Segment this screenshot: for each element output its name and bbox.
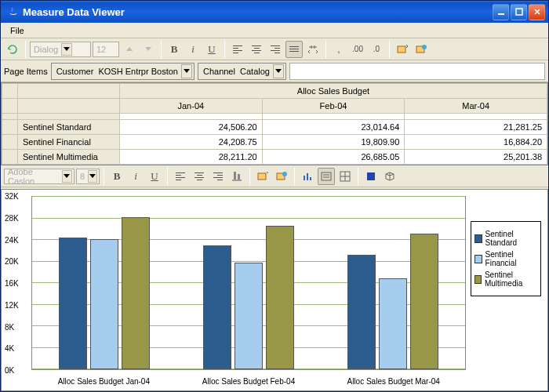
y-tick-label: 8K — [5, 322, 28, 331]
legend-item: Sentinel Financial — [474, 250, 537, 267]
bar[interactable] — [90, 239, 118, 369]
x-tick-label: Alloc Sales Budget Jan-04 — [31, 377, 176, 386]
align-right-button[interactable] — [267, 41, 284, 58]
font-family-value: Dialog — [34, 45, 58, 54]
x-tick-label: Alloc Sales Budget Mar-04 — [321, 377, 466, 386]
svg-point-10 — [282, 172, 287, 176]
bold-button[interactable]: B — [108, 168, 125, 185]
cell[interactable]: 24,208.75 — [120, 135, 263, 150]
bar[interactable] — [379, 278, 407, 369]
data-table[interactable]: Alloc Sales Budget Jan-04 Feb-04 Mar-04 … — [1, 82, 548, 165]
align-center-button[interactable] — [191, 168, 208, 185]
svg-rect-2 — [398, 46, 405, 53]
cell[interactable]: 28,211.20 — [120, 150, 263, 165]
cell[interactable]: 26,685.05 — [262, 150, 405, 165]
underline-button[interactable]: U — [203, 41, 220, 58]
chart-canvas[interactable]: Alloc Sales Budget Jan-04Alloc Sales Bud… — [2, 190, 469, 390]
bar[interactable] — [347, 255, 376, 369]
page-item-value: Catalog — [240, 67, 270, 76]
format-cells-button[interactable] — [394, 41, 411, 58]
page-item-customer[interactable]: Customer KOSH Entrpr Boston — [51, 63, 195, 80]
y-tick-label: 12K — [5, 300, 28, 309]
bar[interactable] — [59, 238, 87, 369]
font-size-up-icon[interactable] — [121, 41, 138, 58]
svg-rect-11 — [304, 176, 305, 180]
wrap-button[interactable] — [285, 41, 303, 58]
svg-rect-8 — [258, 173, 266, 180]
maximize-button[interactable] — [511, 4, 527, 20]
col-header[interactable]: Feb-04 — [262, 99, 405, 114]
decrease-decimal-button[interactable]: .0 — [368, 41, 385, 58]
decimal-comma-button[interactable]: , — [330, 41, 347, 58]
svg-rect-5 — [234, 172, 236, 180]
chart-font-family-select[interactable]: Adobe Caslon — [4, 169, 75, 184]
bar-group — [32, 197, 176, 369]
italic-button[interactable]: i — [184, 41, 202, 58]
bar[interactable] — [266, 226, 294, 369]
y-tick-label: 32K — [5, 192, 28, 201]
grid-button[interactable] — [336, 168, 354, 185]
page-item-label: Channel — [203, 67, 235, 76]
font-family-select[interactable]: Dialog — [30, 42, 91, 57]
align-left-button[interactable] — [172, 168, 189, 185]
col-header[interactable]: Jan-04 — [120, 99, 263, 114]
autofit-button[interactable] — [304, 41, 322, 58]
cell[interactable]: 19,809.90 — [262, 135, 405, 150]
svg-rect-12 — [307, 173, 308, 180]
align-bottom-button[interactable] — [228, 168, 245, 185]
bar[interactable] — [235, 263, 263, 369]
bar-group — [321, 197, 465, 369]
legend-swatch — [474, 234, 482, 243]
page-item-channel[interactable]: Channel Catalog — [198, 63, 286, 80]
table-row[interactable]: Sentinel Standard 24,506.20 23,014.64 21… — [2, 120, 547, 135]
align-center-button[interactable] — [248, 41, 265, 58]
bold-button[interactable]: B — [165, 41, 183, 58]
italic-button[interactable]: i — [127, 168, 144, 185]
cell[interactable]: 21,281.25 — [405, 120, 547, 135]
show-legend-button[interactable] — [318, 168, 335, 185]
formatting-toolbar: Dialog 12 B i U , .00 .0 — [1, 38, 548, 60]
align-right-button[interactable] — [209, 168, 227, 185]
svg-rect-1 — [516, 9, 522, 15]
chart-font-family-value: Adobe Caslon — [8, 167, 59, 186]
window-title: Measure Data Viewer — [23, 6, 493, 18]
legend-item: Sentinel Multimedia — [474, 270, 537, 288]
cell[interactable]: 24,506.20 — [120, 120, 263, 135]
minimize-button[interactable] — [493, 4, 509, 20]
y-tick-label: 24K — [5, 235, 28, 244]
svg-point-4 — [422, 45, 427, 49]
chart-format-button[interactable] — [254, 168, 271, 185]
page-item-value: KOSH Entrpr Boston — [98, 67, 178, 76]
font-size-down-icon[interactable] — [140, 41, 157, 58]
legend-swatch — [474, 255, 482, 263]
chart-type-button[interactable] — [299, 168, 316, 185]
chevron-down-icon — [273, 64, 284, 78]
fill-color-button[interactable] — [362, 168, 380, 185]
cell[interactable]: 23,014.64 — [262, 120, 405, 135]
row-header: Sentinel Multimedia — [18, 150, 120, 165]
chart-options-button[interactable] — [273, 168, 290, 185]
chart-font-size-select[interactable]: 8 — [76, 169, 100, 184]
measure-header: Alloc Sales Budget — [120, 84, 547, 99]
underline-button[interactable]: U — [146, 168, 163, 185]
legend-item: Sentinel Standard — [474, 230, 537, 247]
refresh-icon[interactable] — [4, 41, 21, 58]
cell[interactable]: 16,884.20 — [405, 135, 547, 150]
table-row[interactable]: Sentinel Financial 24,208.75 19,809.90 1… — [2, 135, 547, 150]
bar[interactable] — [410, 234, 438, 369]
3d-button[interactable] — [381, 168, 398, 185]
close-button[interactable] — [529, 4, 545, 20]
bar[interactable] — [122, 217, 150, 369]
font-size-select[interactable]: 12 — [93, 42, 119, 57]
options-button[interactable] — [413, 41, 430, 58]
table-row[interactable]: Sentinel Multimedia 28,211.20 26,685.05 … — [2, 150, 547, 165]
col-header[interactable]: Mar-04 — [405, 99, 547, 114]
svg-rect-20 — [367, 172, 375, 180]
increase-decimal-button[interactable]: .00 — [349, 41, 366, 58]
menu-file[interactable]: File — [5, 24, 29, 37]
y-tick-label: 0K — [5, 366, 28, 375]
cell[interactable]: 25,201.38 — [405, 150, 547, 165]
bar[interactable] — [203, 245, 231, 369]
menubar: File — [1, 23, 548, 38]
align-left-button[interactable] — [229, 41, 246, 58]
